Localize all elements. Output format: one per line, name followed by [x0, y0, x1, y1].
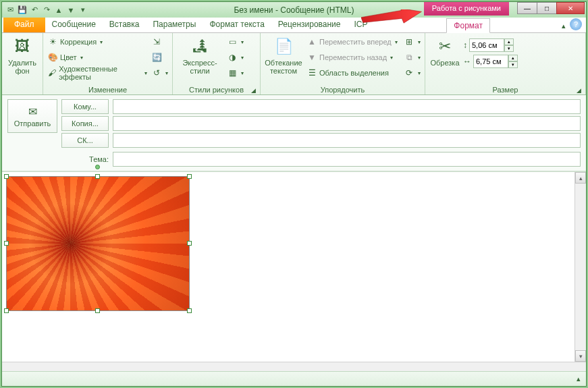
help-button[interactable]: ? [570, 18, 582, 30]
resize-handle-tl[interactable] [4, 174, 9, 179]
subject-field[interactable] [113, 152, 581, 167]
resize-handle-tr[interactable] [187, 174, 192, 179]
tab-insert[interactable]: Вставка [103, 18, 146, 32]
bcc-field[interactable] [113, 133, 581, 148]
tab-options[interactable]: Параметры [146, 18, 203, 32]
group-styles-label: Стили рисунков [189, 86, 244, 94]
color-icon: 🎨 [47, 52, 58, 63]
vertical-scrollbar[interactable]: ▴ ▾ [574, 172, 586, 362]
brightness-icon: ☀ [47, 36, 58, 47]
width-down[interactable]: ▾ [508, 61, 518, 68]
crop-button[interactable]: ✂ Обрезка [428, 34, 462, 68]
window-title: Без имени - Сообщение (HTML) [234, 5, 354, 15]
selected-image[interactable] [6, 176, 190, 311]
resize-handle-t[interactable] [95, 174, 100, 179]
selection-pane-icon: ☰ [306, 67, 317, 78]
width-up[interactable]: ▴ [508, 55, 518, 61]
tab-message[interactable]: Сообщение [45, 18, 103, 32]
remove-background-label: Удалить фон [6, 59, 38, 75]
qat-more-icon[interactable]: ▾ [78, 5, 88, 16]
reset-icon: ↺ [151, 67, 162, 78]
align-button[interactable]: ⊞▾ [402, 34, 422, 49]
resize-handle-bl[interactable] [4, 308, 9, 313]
compress-button[interactable]: ⇲ [150, 34, 169, 49]
ribbon-collapse-icon[interactable]: ▴ [558, 20, 570, 32]
artistic-icon: 🖌 [47, 67, 57, 78]
resize-handle-b[interactable] [95, 308, 100, 313]
prev-icon[interactable]: ▲ [53, 5, 64, 16]
resize-handle-l[interactable] [4, 241, 9, 246]
tab-format-text[interactable]: Формат текста [203, 18, 271, 32]
maximize-button[interactable]: □ [537, 2, 557, 14]
crop-label: Обрезка [430, 59, 459, 67]
selection-pane-button[interactable]: ☰Область выделения [305, 65, 401, 80]
width-input[interactable]: ▴▾ [473, 55, 518, 68]
corrections-button[interactable]: ☀Коррекция▾ [46, 34, 149, 49]
ribbon: 🖼 Удалить фон ☀Коррекция▾ 🎨Цвет▾ 🖌Художе… [2, 33, 586, 95]
undo-icon[interactable]: ↶ [29, 5, 40, 16]
save-icon[interactable]: 💾 [17, 5, 28, 16]
rotate-button[interactable]: ⟳▾ [402, 65, 422, 80]
rotate-icon: ⟳ [404, 67, 415, 78]
bring-forward-icon: ▲ [306, 36, 317, 47]
bcc-button[interactable]: СК... [61, 133, 109, 148]
color-button[interactable]: 🎨Цвет▾ [46, 50, 149, 65]
tab-icp[interactable]: ICP [348, 18, 375, 32]
scroll-up-button[interactable]: ▴ [575, 172, 586, 184]
remove-background-button[interactable]: 🖼 Удалить фон [5, 34, 40, 76]
scroll-down-button[interactable]: ▾ [575, 350, 586, 362]
subject-label: Тема: [7, 155, 109, 163]
quick-access-toolbar: ✉ 💾 ↶ ↷ ▲ ▼ ▾ [2, 5, 91, 16]
styles-dialog-launcher[interactable]: ◢ [251, 87, 256, 94]
status-chevron-icon[interactable]: ▴ [577, 375, 581, 383]
artistic-effects-button[interactable]: 🖌Художественные эффекты▾ [46, 65, 149, 80]
resize-handle-r[interactable] [187, 241, 192, 246]
picture-style-icon: 🏞 [189, 36, 211, 57]
wrap-text-icon: 📄 [273, 36, 294, 57]
bring-forward-button: ▲Переместить вперед▾ [305, 34, 401, 49]
size-dialog-launcher[interactable]: ◢ [577, 87, 581, 94]
height-input[interactable]: ▴▾ [469, 38, 514, 52]
tab-review[interactable]: Рецензирование [271, 18, 348, 32]
crop-icon: ✂ [434, 36, 456, 57]
wrap-text-button[interactable]: 📄 Обтекание текстом [263, 34, 304, 76]
send-button[interactable]: ✉ Отправить [7, 99, 57, 133]
width-icon: ↔ [463, 57, 471, 66]
picture-layout-button[interactable]: ▦▾ [225, 65, 245, 80]
horizontal-scrollbar[interactable] [2, 362, 586, 371]
reset-picture-button[interactable]: ↺▾ [150, 65, 169, 80]
send-label: Отправить [14, 119, 51, 128]
picture-effects-button[interactable]: ◑▾ [225, 50, 245, 65]
express-styles-button[interactable]: 🏞 Экспресс-стили [176, 34, 224, 76]
to-field[interactable] [113, 99, 581, 114]
change-picture-button[interactable]: 🔄 [150, 50, 169, 65]
redo-icon[interactable]: ↷ [41, 5, 52, 16]
tab-file[interactable]: Файл [3, 18, 45, 32]
cc-field[interactable] [113, 116, 581, 131]
resize-handle-br[interactable] [187, 308, 192, 313]
cc-button[interactable]: Копия... [61, 116, 109, 131]
message-body[interactable]: ▴ ▾ [2, 171, 586, 362]
close-button[interactable]: ✕ [556, 2, 585, 14]
picture-border-button[interactable]: ▭▾ [225, 34, 245, 49]
minimize-button[interactable]: — [517, 2, 537, 14]
group-arrange-label: Упорядочить [321, 86, 365, 94]
layout-icon: ▦ [227, 67, 238, 78]
height-down[interactable]: ▾ [504, 45, 514, 52]
group-picture-styles: 🏞 Экспресс-стили ▭▾ ◑▾ ▦▾ Стили рисунков… [173, 33, 261, 94]
compose-area: ✉ Отправить Кому... Копия... СК... Тема: [2, 95, 586, 386]
picture-tools-tab-header: Работа с рисунками [424, 2, 509, 16]
ribbon-tabs: Файл Сообщение Вставка Параметры Формат … [2, 18, 586, 33]
flower-image [7, 177, 189, 310]
border-icon: ▭ [227, 36, 238, 47]
tab-format[interactable]: Формат [446, 18, 490, 33]
group-objects-button: ⧉▾ [402, 50, 422, 65]
express-styles-label: Экспресс-стили [177, 59, 223, 75]
next-icon[interactable]: ▼ [65, 5, 76, 16]
to-button[interactable]: Кому... [61, 99, 109, 114]
effects-icon: ◑ [227, 52, 238, 63]
height-up[interactable]: ▴ [504, 38, 514, 45]
height-icon: ↕ [463, 40, 467, 50]
remove-background-icon: 🖼 [11, 36, 33, 57]
rotate-handle[interactable] [95, 165, 100, 169]
